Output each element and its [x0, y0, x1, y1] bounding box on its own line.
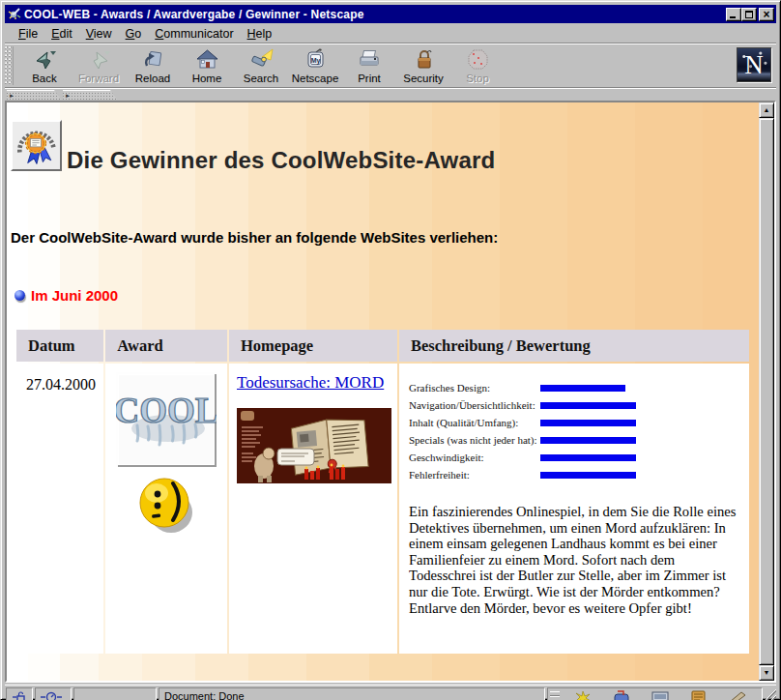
- table-row: 27.04.2000 COOL: [16, 364, 749, 654]
- section-label: Im Juni 2000: [31, 287, 118, 304]
- reload-icon: [141, 48, 165, 72]
- smiley-icon: [138, 476, 194, 536]
- reload-button[interactable]: Reload: [126, 45, 180, 87]
- minimize-button[interactable]: [726, 8, 741, 21]
- cell-homepage: Todesursache: MORD: [229, 364, 397, 654]
- menu-communicator[interactable]: Communicator: [149, 25, 241, 43]
- rating-label: Geschwindigkeit:: [409, 452, 540, 463]
- component-bar: [547, 687, 763, 700]
- minimize-icon: [730, 16, 736, 18]
- stop-button: Stop: [450, 45, 505, 87]
- site-screenshot-thumbnail[interactable]: [237, 408, 391, 483]
- dial-status-icon: [40, 691, 63, 700]
- award-date: 27.04.2000: [16, 364, 103, 394]
- header-datum: Datum: [16, 330, 103, 362]
- close-icon: ×: [760, 8, 773, 21]
- menu-file[interactable]: File: [13, 25, 45, 43]
- printer-icon: [358, 48, 382, 72]
- security-status-panel: [6, 687, 33, 700]
- svg-text:COOL: COOL: [116, 391, 217, 430]
- netscape-button[interactable]: My Netscape: [288, 45, 342, 87]
- close-button[interactable]: ×: [759, 8, 774, 21]
- homepage-link[interactable]: Todesursache: MORD: [237, 373, 384, 392]
- collapsed-toolbars: [5, 90, 776, 101]
- status-text: Document: Done: [164, 690, 245, 700]
- menu-go[interactable]: Go: [120, 25, 150, 43]
- winners-table: Datum Award Homepage Beschreibung / Bewe…: [14, 328, 751, 656]
- rating-bar: [540, 454, 636, 461]
- address-book-icon[interactable]: [688, 690, 709, 700]
- stop-sign-icon: [466, 48, 490, 72]
- browser-viewport: Die Gewinner des CoolWebSite-Award Der C…: [5, 101, 776, 683]
- status-bar: Document: Done: [5, 685, 776, 700]
- netscape-window: COOL-WEB - Awards / Awardvergabe / Gewin…: [0, 0, 781, 700]
- header-beschreibung: Beschreibung / Bewertung: [399, 330, 749, 362]
- svg-text:My: My: [310, 57, 320, 65]
- back-arrow-icon: [33, 48, 57, 72]
- rating-bar: [540, 437, 636, 444]
- rating-bar: [540, 472, 636, 479]
- newsgroups-icon[interactable]: [650, 690, 671, 700]
- section-june-2000: Im Juni 2000: [14, 287, 118, 304]
- cell-datum: 27.04.2000: [16, 364, 103, 654]
- security-lock-icon: [11, 691, 26, 700]
- my-netscape-icon: My: [304, 48, 328, 72]
- collapsed-location-toolbar-tab[interactable]: [7, 90, 61, 100]
- composer-pen-icon[interactable]: [727, 690, 748, 700]
- coolwebsite-award-badge-icon: [11, 120, 62, 171]
- header-homepage: Homepage: [229, 330, 397, 362]
- collapsed-personal-toolbar-tab[interactable]: [63, 90, 117, 100]
- ball-bullet-icon: [14, 290, 25, 301]
- rating-bar: [540, 420, 636, 426]
- maximize-icon: [745, 11, 753, 18]
- navigator-icon[interactable]: [572, 690, 593, 700]
- search-button[interactable]: Search: [234, 45, 288, 87]
- navigation-toolbar: Back Forward Reload Home: [5, 45, 776, 88]
- title-bar[interactable]: COOL-WEB - Awards / Awardvergabe / Gewin…: [5, 5, 776, 23]
- status-text-panel: Document: Done: [159, 687, 545, 700]
- scroll-down-button[interactable]: ▼: [759, 665, 774, 681]
- rating-label: Fehlerfreiheit:: [409, 469, 540, 481]
- site-description: Ein faszinierendes Onlinespiel, in dem S…: [409, 504, 741, 616]
- cool-award-image: COOL: [116, 372, 217, 467]
- menu-help[interactable]: Help: [242, 25, 280, 43]
- header-award: Award: [105, 330, 227, 362]
- scrollbar-thumb[interactable]: [759, 118, 774, 665]
- connection-status-panel: [35, 687, 72, 700]
- toolbar-grip[interactable]: [5, 46, 14, 85]
- resize-grip[interactable]: [764, 688, 776, 700]
- web-page: Die Gewinner des CoolWebSite-Award Der C…: [7, 102, 759, 681]
- cell-award: COOL: [105, 364, 227, 654]
- component-bar-handle[interactable]: [550, 691, 560, 700]
- table-header-row: Datum Award Homepage Beschreibung / Bewe…: [16, 330, 749, 362]
- forward-button: Forward: [72, 45, 126, 87]
- print-button[interactable]: Print: [342, 45, 396, 87]
- progress-bar: [73, 687, 157, 700]
- forward-arrow-icon: [87, 48, 111, 72]
- rating-label: Inhalt (Qualität/Umfang):: [409, 417, 540, 428]
- maximize-button[interactable]: [741, 8, 757, 21]
- padlock-icon: [412, 48, 436, 72]
- menu-bar: File Edit View Go Communicator Help: [5, 24, 776, 44]
- home-icon: [195, 48, 219, 72]
- home-button[interactable]: Home: [180, 45, 234, 87]
- page-title: Die Gewinner des CoolWebSite-Award: [67, 147, 495, 174]
- rating-label: Specials (was nicht jeder hat):: [409, 434, 540, 446]
- rating-label: Navigation/Übersichtlichkeit:: [409, 399, 540, 411]
- cell-beschreibung: Grafisches Design: Navigation/Übersichtl…: [399, 364, 749, 654]
- menu-view[interactable]: View: [80, 25, 120, 43]
- rating-bar: [540, 385, 625, 392]
- vertical-scrollbar[interactable]: ▲ ▼: [759, 102, 774, 681]
- rating-bar: [540, 402, 636, 409]
- menu-edit[interactable]: Edit: [45, 25, 80, 43]
- mailbox-icon[interactable]: [611, 690, 632, 700]
- security-button[interactable]: Security: [396, 45, 450, 87]
- back-button[interactable]: Back: [17, 45, 72, 87]
- netscape-logo[interactable]: N: [737, 47, 771, 82]
- window-title: COOL-WEB - Awards / Awardvergabe / Gewin…: [24, 8, 726, 21]
- netscape-meteor-icon: [7, 7, 21, 21]
- rating-label: Grafisches Design:: [409, 382, 540, 394]
- search-flashlight-icon: [249, 48, 274, 72]
- scroll-up-button[interactable]: ▲: [759, 102, 774, 118]
- intro-text: Der CoolWebSite-Award wurde bisher an fo…: [11, 229, 498, 246]
